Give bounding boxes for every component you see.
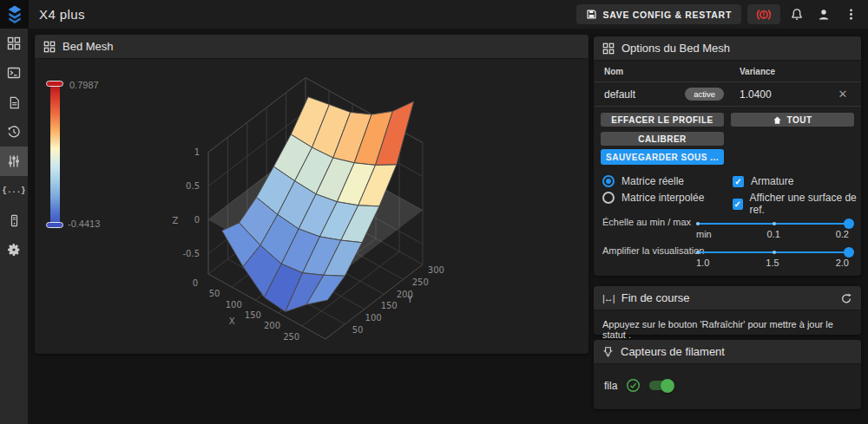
checkbox-checked-icon: ✓ xyxy=(733,176,744,187)
dashboard-icon xyxy=(7,36,21,50)
tick-2-0: 2.0 xyxy=(836,258,849,268)
bed-mesh-title: Bed Mesh xyxy=(62,40,114,53)
svg-text:0: 0 xyxy=(194,215,200,225)
radio-selected-icon xyxy=(602,175,615,187)
machine-icon xyxy=(8,214,21,227)
sidebar-item-config-files[interactable]: {...} xyxy=(0,176,28,205)
svg-text:300: 300 xyxy=(428,265,444,275)
tick-0-1: 0.1 xyxy=(767,229,780,239)
save-config-restart-button[interactable]: SAVE CONFIG & RESTART xyxy=(576,4,741,24)
svg-text:50: 50 xyxy=(209,289,220,298)
sidebar-item-tune[interactable] xyxy=(0,147,28,176)
radio-true-matrix-label: Matrice réelle xyxy=(621,175,684,187)
filament-nozzle-icon xyxy=(602,346,614,358)
column-variance: Variance xyxy=(740,67,851,76)
endstop-panel-header: |↔| Fin de course xyxy=(594,286,861,310)
notifications-button[interactable] xyxy=(786,4,807,25)
emergency-stop-icon xyxy=(756,7,772,23)
bed-mesh-panel-header: Bed Mesh xyxy=(35,35,589,59)
sidebar-item-history[interactable] xyxy=(0,117,28,147)
endstop-title: Fin de course xyxy=(621,291,690,304)
options-panel-header: Options du Bed Mesh xyxy=(594,36,861,61)
active-badge: active xyxy=(685,88,724,101)
emergency-stop-button[interactable] xyxy=(747,4,780,24)
options-panel-title: Options du Bed Mesh xyxy=(621,42,730,55)
bed-mesh-3d-plot[interactable]: 10.50-0.5Z050100150200250X50100150200250… xyxy=(122,75,521,350)
scale-slider-label: Échelle au min / max xyxy=(602,217,691,227)
app-logo[interactable] xyxy=(0,0,29,29)
filament-panel-header: Capteurs de filament xyxy=(594,340,861,364)
svg-text:Z: Z xyxy=(173,216,179,225)
sidebar-item-gcode-files[interactable] xyxy=(0,88,28,117)
sidebar-item-settings[interactable] xyxy=(0,235,28,264)
radio-true-matrix[interactable]: Matrice réelle xyxy=(602,175,684,187)
colorbar-max-value: 0.7987 xyxy=(69,80,99,90)
svg-text:X: X xyxy=(229,316,235,326)
home-all-button[interactable]: TOUT xyxy=(731,113,854,127)
checkbox-reference-surface-label: Afficher une surface de ref. xyxy=(750,192,861,216)
colorbar-min-handle[interactable] xyxy=(46,222,63,228)
endstop-icon: |↔| xyxy=(602,293,615,303)
save-as-label: SAUVEGARDER SOUS ... xyxy=(606,153,719,162)
radio-unselected-icon xyxy=(602,192,615,204)
amplify-slider-thumb[interactable] xyxy=(844,247,854,258)
svg-text:150: 150 xyxy=(245,310,261,320)
save-config-label: SAVE CONFIG & RESTART xyxy=(603,10,732,20)
colorbar-min-value: -0.4413 xyxy=(68,219,100,229)
tick-0-2: 0.2 xyxy=(836,229,849,239)
sidebar-item-console[interactable] xyxy=(0,58,28,88)
profile-name: default xyxy=(604,88,635,101)
console-icon xyxy=(7,66,21,80)
calibrate-button[interactable]: CALIBRER xyxy=(601,132,724,146)
svg-text:Y: Y xyxy=(406,295,413,304)
top-bar: X4 plus SAVE CONFIG & RESTART xyxy=(0,0,868,29)
svg-text:0.5: 0.5 xyxy=(186,181,200,191)
bed-mesh-options-panel: Options du Bed Mesh Nom Variance default… xyxy=(594,36,861,276)
refresh-button[interactable] xyxy=(840,292,852,304)
overflow-menu-button[interactable] xyxy=(840,4,861,25)
radio-interpolated-matrix-label: Matrice interpolée xyxy=(621,192,704,204)
svg-text:100: 100 xyxy=(365,313,382,323)
filament-detected-icon xyxy=(626,378,641,393)
surface-plot-canvas: 10.50-0.5Z050100150200250X50100150200250… xyxy=(122,75,521,350)
scale-slider[interactable] xyxy=(696,223,849,225)
checkbox-wireframe-label: Armature xyxy=(751,175,793,187)
filament-sensors-panel: Capteurs de filament fila xyxy=(594,340,861,409)
svg-text:250: 250 xyxy=(412,277,429,287)
history-clock-icon xyxy=(7,125,21,139)
filament-panel-title: Capteurs de filament xyxy=(621,345,725,358)
home-all-label: TOUT xyxy=(786,115,812,125)
colorbar-max-handle[interactable] xyxy=(46,81,63,87)
scale-slider-thumb[interactable] xyxy=(844,219,854,229)
amplify-slider[interactable] xyxy=(696,251,849,253)
checkbox-reference-surface[interactable]: ✓ Afficher une surface de ref. xyxy=(733,192,861,216)
sensor-enable-toggle[interactable] xyxy=(649,381,673,390)
navigation-sidebar: {...} xyxy=(0,29,28,424)
radio-interpolated-matrix[interactable]: Matrice interpolée xyxy=(602,192,704,204)
sidebar-item-dashboard[interactable] xyxy=(0,29,28,58)
colorbar xyxy=(50,83,60,225)
svg-text:-0.5: -0.5 xyxy=(182,249,200,258)
sidebar-item-machine[interactable] xyxy=(0,205,28,235)
column-nom: Nom xyxy=(604,67,740,76)
clear-profile-button[interactable]: EFFACER LE PROFILE xyxy=(601,113,724,127)
tick-1-0: 1.0 xyxy=(696,258,709,268)
user-icon xyxy=(817,8,831,22)
save-as-button[interactable]: SAUVEGARDER SOUS ... xyxy=(601,149,724,165)
vertical-dots-icon xyxy=(845,8,858,21)
svg-text:200: 200 xyxy=(264,321,280,330)
delete-profile-icon[interactable]: ✕ xyxy=(835,88,851,101)
toggle-knob xyxy=(661,379,674,393)
svg-text:0: 0 xyxy=(193,278,198,288)
checkbox-checked-icon: ✓ xyxy=(733,199,743,210)
bed-mesh-panel: Bed Mesh 0.7987 -0.4413 10.50-0.5Z050100… xyxy=(35,35,589,354)
tick-1-5: 1.5 xyxy=(766,258,779,268)
profile-row-default[interactable]: default active 1.0400 ✕ xyxy=(594,82,861,107)
checkbox-wireframe[interactable]: ✓ Armature xyxy=(733,175,793,187)
save-icon xyxy=(586,9,597,20)
svg-text:100: 100 xyxy=(226,300,242,310)
refresh-icon xyxy=(840,292,852,304)
account-button[interactable] xyxy=(813,4,834,25)
bell-icon xyxy=(790,8,804,22)
amplify-slider-label: Amplifier la visualisation xyxy=(602,245,704,256)
